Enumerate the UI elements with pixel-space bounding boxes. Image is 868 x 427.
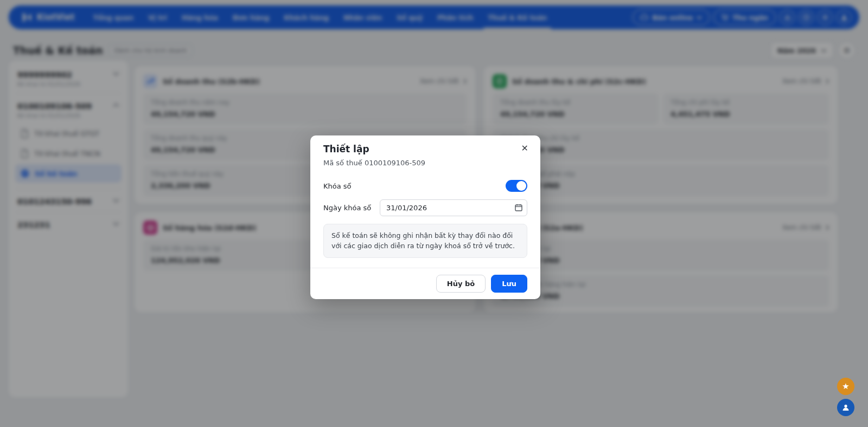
thiet-lap-modal: Thiết lập Mã số thuế 0100109106-509 ✕ Kh…	[310, 135, 540, 299]
cancel-button[interactable]: Hủy bỏ	[436, 275, 486, 293]
lock-toggle[interactable]	[506, 180, 527, 192]
lock-info-note: Sổ kế toán sẽ không ghi nhận bất kỳ thay…	[323, 224, 527, 258]
toggle-knob	[516, 181, 526, 191]
lock-date-label: Ngày khóa sổ	[323, 204, 380, 212]
rewards-star-fab[interactable]: ★	[837, 378, 854, 395]
modal-tax-id: Mã số thuế 0100109106-509	[323, 159, 527, 167]
lock-date-row: Ngày khóa sổ	[323, 199, 527, 216]
lock-date-input[interactable]	[380, 199, 527, 216]
modal-title: Thiết lập	[323, 144, 527, 154]
floating-buttons: ★	[837, 378, 854, 416]
lock-label: Khóa sổ	[323, 182, 380, 190]
lock-row: Khóa sổ	[323, 180, 527, 192]
save-button[interactable]: Lưu	[491, 275, 527, 293]
close-icon[interactable]: ✕	[520, 143, 529, 154]
support-person-fab[interactable]	[837, 399, 854, 416]
